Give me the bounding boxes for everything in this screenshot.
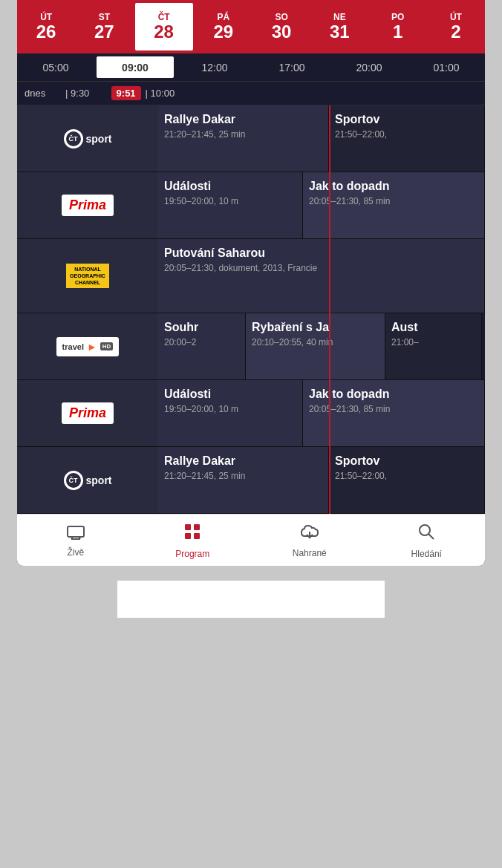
channel-row-prima: Prima Události 19:50–20:00, 10 m Jak to … bbox=[17, 172, 485, 239]
time-0500[interactable]: 05:00 bbox=[17, 53, 94, 81]
program-title: Putování Saharou bbox=[164, 247, 478, 260]
program-title: Souhr bbox=[164, 321, 239, 334]
svg-rect-6 bbox=[185, 533, 191, 539]
channel-logo-ct-sport: ČT sport bbox=[17, 105, 158, 172]
ct-circle: ČT bbox=[64, 129, 83, 149]
program-time: 19:50–20:00, 10 m bbox=[164, 196, 296, 206]
travel-logo: travel ► HD bbox=[56, 337, 120, 356]
channel-logo-prima: Prima bbox=[17, 172, 158, 238]
program-time: 20:05–21:30, dokument, 2013, Francie bbox=[164, 263, 478, 273]
program-time: 21:50–22:00, bbox=[335, 129, 478, 140]
programs-ct-sport2: Rallye Dakar 21:20–21:45, 25 min Sportov… bbox=[158, 447, 485, 513]
program-title: Události bbox=[164, 180, 296, 193]
program-title: Rallye Dakar bbox=[164, 454, 322, 468]
day-st-27[interactable]: ST 27 bbox=[75, 0, 133, 53]
program-udalosti-1[interactable]: Události 19:50–20:00, 10 m bbox=[158, 172, 303, 238]
prima-logo: Prima bbox=[62, 195, 114, 216]
program-rybareni[interactable]: Rybaření s Ja 20:10–20:55, 40 min bbox=[246, 313, 385, 379]
programs-ct-sport: Rallye Dakar 21:20–21:45, 25 min Sportov… bbox=[158, 105, 485, 172]
nav-hledani-label: Hledání bbox=[411, 549, 442, 559]
program-udalosti-2[interactable]: Události 19:50–20:00, 10 m bbox=[158, 380, 303, 446]
programs-travel: Souhr 20:00–2 Rybaření s Ja 20:10–20:55,… bbox=[158, 313, 485, 379]
tv-icon bbox=[66, 523, 85, 544]
time-divider-1 bbox=[51, 88, 59, 99]
program-title: Jak to dopadn bbox=[309, 180, 478, 193]
day-ut-26[interactable]: ÚT 26 bbox=[17, 0, 75, 53]
svg-rect-7 bbox=[194, 533, 200, 539]
day-ne-31[interactable]: NE 31 bbox=[310, 0, 368, 53]
schedule-container: ČT sport Rallye Dakar 21:20–21:45, 25 mi… bbox=[17, 105, 485, 514]
ct-circle-2: ČT bbox=[64, 471, 83, 490]
program-title: Rybaření s Ja bbox=[252, 321, 379, 334]
program-time: 21:20–21:45, 25 min bbox=[164, 471, 322, 481]
program-title: Rallye Dakar bbox=[164, 113, 322, 126]
nav-nahrane[interactable]: Nahrané bbox=[251, 515, 368, 566]
program-sportov-1[interactable]: Sportov 21:50–22:00, bbox=[329, 105, 485, 172]
channel-row-ct-sport2: ČT sport Rallye Dakar 21:20–21:45, 25 mi… bbox=[17, 447, 485, 514]
program-time: 21:20–21:45, 25 min bbox=[164, 129, 322, 140]
search-icon bbox=[417, 522, 436, 546]
time-0900[interactable]: 09:00 bbox=[97, 56, 174, 78]
day-ut-2[interactable]: ÚT 2 bbox=[427, 0, 485, 53]
day-pa-29[interactable]: PÁ 29 bbox=[195, 0, 252, 53]
programs-prima2: Události 19:50–20:00, 10 m Jak to dopadn… bbox=[158, 380, 485, 446]
current-time-bar: dnes | 9:30 9:51 | 10:00 bbox=[17, 82, 485, 105]
nav-live[interactable]: Živě bbox=[17, 515, 134, 566]
natgeo-box: NATIONALGEOGRAPHICCHANNEL bbox=[66, 264, 109, 288]
channel-row-ct-sport: ČT sport Rallye Dakar 21:20–21:45, 25 mi… bbox=[17, 105, 485, 172]
natgeo-logo: NATIONALGEOGRAPHICCHANNEL bbox=[66, 264, 109, 288]
program-title: Sportov bbox=[335, 113, 478, 126]
program-rallye-dakar-2[interactable]: Rallye Dakar 21:20–21:45, 25 min bbox=[158, 447, 329, 513]
ct-sport-logo-2: ČT sport bbox=[64, 471, 112, 490]
svg-rect-4 bbox=[185, 524, 191, 530]
program-time: 20:05–21:30, 85 min bbox=[309, 196, 478, 206]
time-divider-2 bbox=[95, 88, 100, 99]
day-so-30[interactable]: SO 30 bbox=[252, 0, 310, 53]
svg-rect-5 bbox=[194, 524, 200, 530]
program-putovani-saharou[interactable]: Putování Saharou 20:05–21:30, dokument, … bbox=[158, 239, 485, 313]
current-time-badge: 9:51 bbox=[111, 86, 141, 100]
programs-natgeo: Putování Saharou 20:05–21:30, dokument, … bbox=[158, 239, 485, 313]
program-aust[interactable]: Aust 21:00– bbox=[385, 313, 482, 379]
channel-logo-prima2: Prima bbox=[17, 380, 158, 446]
program-souhrn[interactable]: Souhr 20:00–2 bbox=[158, 313, 246, 379]
channel-row-prima2: Prima Události 19:50–20:00, 10 m Jak to … bbox=[17, 380, 485, 447]
time-0100[interactable]: 01:00 bbox=[408, 53, 485, 81]
time-9-30: | 9:30 bbox=[65, 88, 89, 99]
programs-prima: Události 19:50–20:00, 10 m Jak to dopadn… bbox=[158, 172, 485, 238]
nav-live-label: Živě bbox=[67, 547, 84, 558]
white-box bbox=[117, 581, 385, 618]
program-title: Aust bbox=[391, 321, 475, 334]
time-1700[interactable]: 17:00 bbox=[253, 53, 330, 81]
nav-program-label: Program bbox=[175, 549, 209, 559]
svg-rect-0 bbox=[68, 526, 84, 537]
day-po-1[interactable]: PO 1 bbox=[369, 0, 427, 53]
program-title: Jak to dopadn bbox=[309, 388, 478, 401]
channel-row-travel: travel ► HD Souhr 20:00–2 Rybaření s Ja … bbox=[17, 313, 485, 380]
nav-hledani[interactable]: Hledání bbox=[368, 515, 486, 566]
nav-program[interactable]: Program bbox=[134, 515, 252, 566]
nav-nahrane-label: Nahrané bbox=[293, 548, 327, 558]
day-ct-28[interactable]: ČT 28 bbox=[135, 3, 193, 50]
time-1200[interactable]: 12:00 bbox=[176, 53, 253, 81]
bottom-nav: Živě Program bbox=[17, 514, 485, 566]
program-title: Sportov bbox=[335, 454, 478, 468]
cloud-icon bbox=[299, 523, 320, 545]
program-time: 20:00–2 bbox=[164, 337, 239, 347]
program-time: 20:10–20:55, 40 min bbox=[252, 337, 379, 347]
channel-row-natgeo: NATIONALGEOGRAPHICCHANNEL Putování Sahar… bbox=[17, 239, 485, 313]
gray-area bbox=[17, 566, 485, 714]
svg-point-9 bbox=[420, 525, 430, 535]
today-label: dnes bbox=[25, 88, 45, 99]
program-time: 21:00– bbox=[391, 337, 475, 347]
grid-icon bbox=[183, 522, 202, 546]
time-selector: 05:00 09:00 12:00 17:00 20:00 01:00 bbox=[17, 53, 485, 82]
program-time: 21:50–22:00, bbox=[335, 471, 478, 481]
program-rallye-dakar-1[interactable]: Rallye Dakar 21:20–21:45, 25 min bbox=[158, 105, 329, 172]
time-2000[interactable]: 20:00 bbox=[330, 53, 408, 81]
ct-sport-logo: ČT sport bbox=[64, 129, 112, 149]
program-sportov-2[interactable]: Sportov 21:50–22:00, bbox=[329, 447, 485, 513]
channel-logo-natgeo: NATIONALGEOGRAPHICCHANNEL bbox=[17, 239, 158, 313]
program-time: 20:05–21:30, 85 min bbox=[309, 404, 478, 414]
program-time: 19:50–20:00, 10 m bbox=[164, 404, 296, 414]
